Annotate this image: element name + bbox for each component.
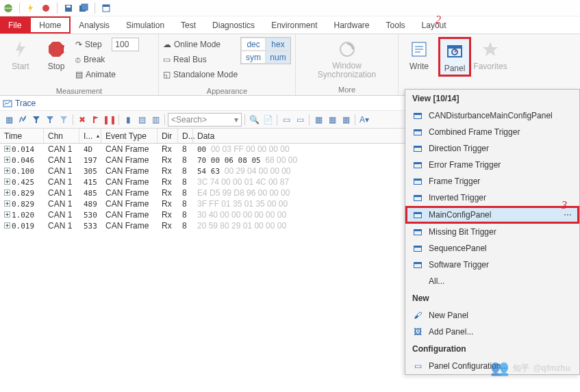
svg-rect-26 [414, 181, 421, 184]
panel-item-2[interactable]: Direction Trigger [405, 140, 579, 157]
view-section-header: View [10/14] [405, 90, 579, 107]
save-all-icon[interactable] [78, 3, 89, 14]
panel-item-icon [412, 259, 423, 270]
col-dir[interactable]: Dir [157, 129, 178, 143]
panel-config-item[interactable]: ▭Panel Configuration... [405, 358, 579, 374]
tool-icon-2[interactable]: 🗲 [16, 114, 29, 126]
panel-item-8[interactable]: SequencePanel [405, 240, 579, 257]
expand-icon[interactable] [4, 200, 10, 207]
stop-icon [45, 38, 67, 60]
stop-button[interactable]: Stop [40, 37, 73, 73]
svg-rect-5 [81, 4, 88, 10]
standalone-button[interactable]: ◱Standalone Mode [163, 67, 238, 82]
list2-icon[interactable]: ▥ [149, 114, 162, 126]
panel-item-icon [412, 209, 423, 220]
panel-item-icon [412, 243, 423, 254]
filter2-icon[interactable] [44, 114, 56, 126]
expand-icon[interactable] [4, 190, 10, 196]
filter-icon[interactable] [30, 114, 42, 126]
col-d[interactable]: D... [178, 129, 193, 143]
panel-item-3[interactable]: Error Frame Trigger [405, 157, 579, 173]
start-button[interactable]: Start [4, 37, 37, 73]
start-label: Start [12, 62, 29, 71]
panel-item-icon [412, 159, 423, 170]
filter3-icon[interactable] [58, 114, 70, 126]
panel-item-10[interactable]: All... [405, 273, 579, 289]
flag-icon[interactable] [90, 114, 102, 126]
standalone-icon: ◱ [163, 70, 171, 79]
expand-icon[interactable] [4, 179, 10, 185]
tool-icon-g[interactable]: ▦ [340, 114, 352, 126]
expand-icon[interactable] [4, 146, 10, 152]
svg-rect-32 [414, 231, 421, 235]
tab-analysis[interactable]: Analysis [71, 16, 118, 34]
search-input[interactable]: <Search>▾ [168, 113, 242, 127]
expand-icon[interactable] [4, 157, 10, 163]
panel-item-7[interactable]: Missing Bit Trigger [405, 224, 579, 240]
real-bus-button[interactable]: ▭Real Bus [163, 52, 238, 67]
step-button[interactable]: ↷Step 100 [75, 37, 139, 52]
step-value-input[interactable]: 100 [112, 38, 139, 51]
panel-item-6[interactable]: MainConfigPanel⋯ [405, 206, 579, 224]
tool-icon-c[interactable]: ▭ [280, 114, 292, 126]
panel-item-icon [412, 176, 423, 187]
online-mode-button[interactable]: ☁Online Mode [163, 37, 238, 52]
panel-item-4[interactable]: Frame Trigger [405, 173, 579, 190]
pause-icon[interactable]: ❚❚ [103, 114, 116, 126]
add-panel-item[interactable]: 🖼Add Panel... [405, 324, 579, 340]
lightning-icon[interactable] [25, 3, 36, 14]
window-sync-button[interactable]: Window Synchronization [316, 37, 378, 81]
tab-file[interactable]: File [0, 16, 29, 34]
animate-button[interactable]: ▤Animate [75, 67, 139, 82]
tool-icon-a[interactable]: 🔍 [248, 114, 260, 126]
expand-icon[interactable] [4, 222, 10, 228]
list-icon[interactable]: ▤ [136, 114, 148, 126]
more-icon[interactable]: ⋯ [564, 210, 572, 220]
tool-icon-e[interactable]: ▦ [312, 114, 325, 126]
new-panel-item[interactable]: 🖌New Panel [405, 307, 579, 324]
col-event[interactable]: Event Type [101, 129, 157, 143]
col-id[interactable]: I...▴ [79, 129, 101, 143]
panel-item-1[interactable]: Combined Frame Trigger [405, 124, 579, 140]
panel-item-9[interactable]: Software Trigger [405, 257, 579, 273]
col-time[interactable]: Time [0, 129, 44, 143]
panel-item-0[interactable]: CANDisturbanceMainConfigPanel [405, 107, 579, 124]
tab-home[interactable]: Home [29, 16, 71, 34]
blank-icon [412, 276, 423, 287]
tool-icon-f[interactable]: ▦ [326, 114, 338, 126]
expand-icon[interactable] [4, 211, 10, 218]
svg-rect-24 [414, 164, 421, 168]
panel-item-5[interactable]: Inverted Trigger [405, 190, 579, 206]
tab-layout[interactable]: Layout [414, 16, 455, 34]
tab-simulation[interactable]: Simulation [118, 16, 173, 34]
save-icon[interactable] [63, 3, 74, 14]
window-icon[interactable] [101, 3, 112, 14]
marker-icon[interactable]: ▮ [122, 114, 134, 126]
tab-environment[interactable]: Environment [263, 16, 325, 34]
tab-test[interactable]: Test [173, 16, 204, 34]
record-icon[interactable] [40, 3, 51, 14]
expand-icon[interactable] [4, 168, 10, 174]
group-more: More [296, 83, 398, 96]
font-icon[interactable]: A▾ [358, 114, 370, 126]
stop-label: Stop [48, 62, 65, 71]
tab-hardware[interactable]: Hardware [326, 16, 378, 34]
svg-rect-30 [414, 214, 421, 218]
delete-icon[interactable]: ✖ [76, 114, 88, 126]
break-button[interactable]: ⦶Break [75, 52, 139, 67]
favorites-button[interactable]: Favorites [474, 37, 507, 73]
write-button[interactable]: Write [403, 37, 436, 73]
new-section-header: New [405, 289, 579, 307]
tool-icon-d[interactable]: ▭ [294, 114, 306, 126]
panel-dropdown: View [10/14] CANDisturbanceMainConfigPan… [405, 89, 580, 375]
display-mode[interactable]: dec hex sym num [240, 37, 291, 64]
star-icon [479, 38, 501, 60]
col-chn[interactable]: Chn [44, 129, 79, 143]
tab-tools[interactable]: Tools [378, 16, 414, 34]
panel-icon [444, 40, 466, 62]
svg-rect-36 [414, 264, 421, 267]
tab-diagnostics[interactable]: Diagnostics [204, 16, 263, 34]
panel-button[interactable]: Panel [438, 37, 471, 77]
tool-icon-1[interactable]: ▦ [3, 114, 15, 126]
tool-icon-b[interactable]: 📄 [262, 114, 274, 126]
